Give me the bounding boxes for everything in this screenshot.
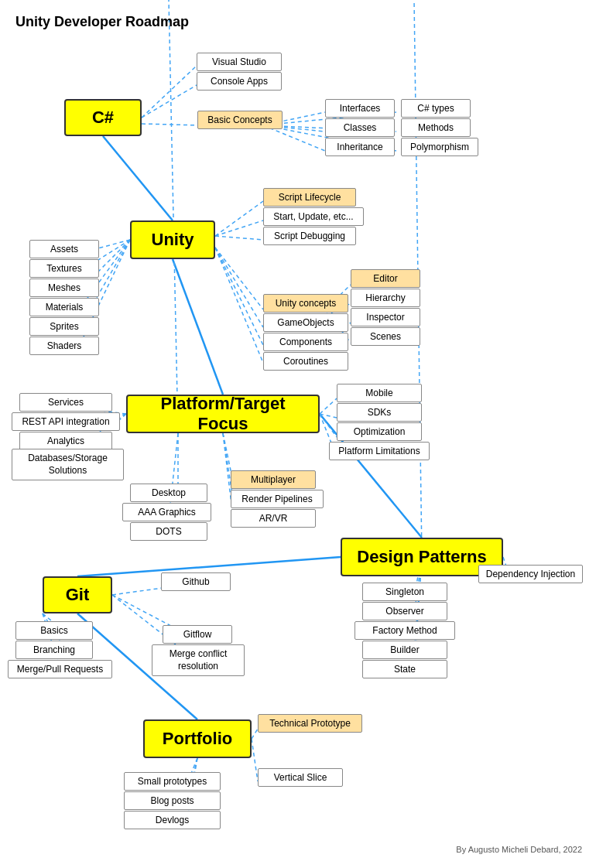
box-small-prototypes: Small prototypes xyxy=(124,772,221,791)
box-technical-proto: Technical Prototype xyxy=(258,714,362,733)
box-csharp-types: C# types xyxy=(401,99,471,118)
box-branching: Branching xyxy=(15,641,93,659)
box-databases: Databases/StorageSolutions xyxy=(12,449,124,480)
box-github: Github xyxy=(161,572,231,591)
box-optimization: Optimization xyxy=(337,422,422,441)
box-shaders: Shaders xyxy=(29,337,99,355)
box-dots: DOTS xyxy=(130,522,207,541)
box-polymorphism: Polymorphism xyxy=(401,138,478,156)
node-git: Git xyxy=(43,576,112,613)
box-scenes: Scenes xyxy=(351,327,420,346)
box-textures: Textures xyxy=(29,259,99,278)
box-materials: Materials xyxy=(29,298,99,316)
box-sprites: Sprites xyxy=(29,317,99,336)
svg-line-5 xyxy=(142,66,197,118)
box-console-apps: Console Apps xyxy=(197,72,282,91)
box-assets: Assets xyxy=(29,240,99,258)
box-platform-lim: Platform Limitations xyxy=(329,442,430,460)
box-methods: Methods xyxy=(401,118,471,137)
svg-line-26 xyxy=(215,248,263,363)
box-observer: Observer xyxy=(362,602,447,620)
box-start-update: Start, Update, etc... xyxy=(263,207,364,226)
svg-line-51 xyxy=(112,588,163,595)
box-script-lifecycle: Script Lifecycle xyxy=(263,188,356,207)
watermark: By Augusto Micheli Debard, 2022 xyxy=(456,845,582,854)
box-devlogs: Devlogs xyxy=(124,811,221,829)
svg-line-15 xyxy=(215,220,263,236)
svg-line-0 xyxy=(103,136,173,220)
node-csharp: C# xyxy=(64,99,142,136)
svg-line-24 xyxy=(215,248,263,327)
page-title: Unity Developer Roadmap xyxy=(15,14,189,30)
svg-line-1 xyxy=(173,259,223,395)
box-ar-vr: AR/VR xyxy=(231,509,316,528)
svg-line-36 xyxy=(320,414,337,418)
box-coroutines: Coroutines xyxy=(263,352,348,371)
box-analytics: Analytics xyxy=(19,432,112,450)
box-factory-method: Factory Method xyxy=(355,621,455,640)
node-unity: Unity xyxy=(130,220,215,259)
box-dependency-injection: Dependency Injection xyxy=(478,565,583,583)
box-vertical-slice: Vertical Slice xyxy=(258,768,343,787)
box-singleton: Singleton xyxy=(362,583,447,601)
svg-line-23 xyxy=(215,248,263,309)
box-basics: Basics xyxy=(15,621,93,640)
box-gameobjects: GameObjects xyxy=(263,313,348,332)
box-aaa-graphics: AAA Graphics xyxy=(122,503,211,521)
svg-line-7 xyxy=(142,124,200,125)
box-builder: Builder xyxy=(362,641,447,659)
svg-line-6 xyxy=(142,85,197,118)
box-services: Services xyxy=(19,393,112,412)
svg-line-14 xyxy=(215,201,263,236)
svg-line-25 xyxy=(215,248,263,345)
node-portfolio: Portfolio xyxy=(143,719,252,758)
box-classes: Classes xyxy=(325,118,395,137)
box-script-debugging: Script Debugging xyxy=(263,227,356,245)
box-mobile: Mobile xyxy=(337,384,422,402)
svg-line-58 xyxy=(252,739,258,781)
svg-line-37 xyxy=(320,414,337,437)
box-visual-studio: Visual Studio xyxy=(197,53,282,71)
box-unity-concepts: Unity concepts xyxy=(263,294,348,313)
box-gitflow: Gitflow xyxy=(163,625,232,644)
box-inspector: Inspector xyxy=(351,308,420,326)
box-hierarchy: Hierarchy xyxy=(351,289,420,307)
box-desktop: Desktop xyxy=(130,484,207,502)
box-rest-api: REST API integration xyxy=(12,412,120,431)
box-editor: Editor xyxy=(351,269,420,288)
svg-line-16 xyxy=(215,236,263,240)
box-meshes: Meshes xyxy=(29,279,99,297)
box-inheritance: Inheritance xyxy=(325,138,395,156)
box-multiplayer: Multiplayer xyxy=(231,470,316,489)
box-components: Components xyxy=(263,333,348,351)
box-sdks: SDKs xyxy=(337,403,422,422)
svg-line-44 xyxy=(169,0,178,433)
box-interfaces: Interfaces xyxy=(325,99,395,118)
box-state: State xyxy=(362,660,447,678)
box-blog-posts: Blog posts xyxy=(124,791,221,810)
svg-line-57 xyxy=(252,729,258,739)
svg-line-35 xyxy=(320,398,337,414)
node-platform: Platform/Target Focus xyxy=(126,395,320,433)
box-merge-pull: Merge/Pull Requests xyxy=(8,660,112,678)
box-basic-concepts: Basic Concepts xyxy=(197,111,283,129)
box-render-pipelines: Render Pipelines xyxy=(231,490,324,508)
box-merge-conflict: Merge conflictresolution xyxy=(152,644,245,676)
